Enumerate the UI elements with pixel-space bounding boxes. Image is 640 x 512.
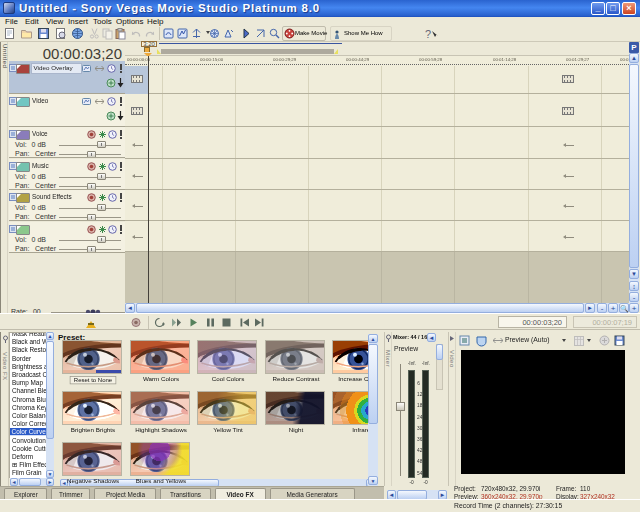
svg-text:?: ? xyxy=(425,28,431,40)
